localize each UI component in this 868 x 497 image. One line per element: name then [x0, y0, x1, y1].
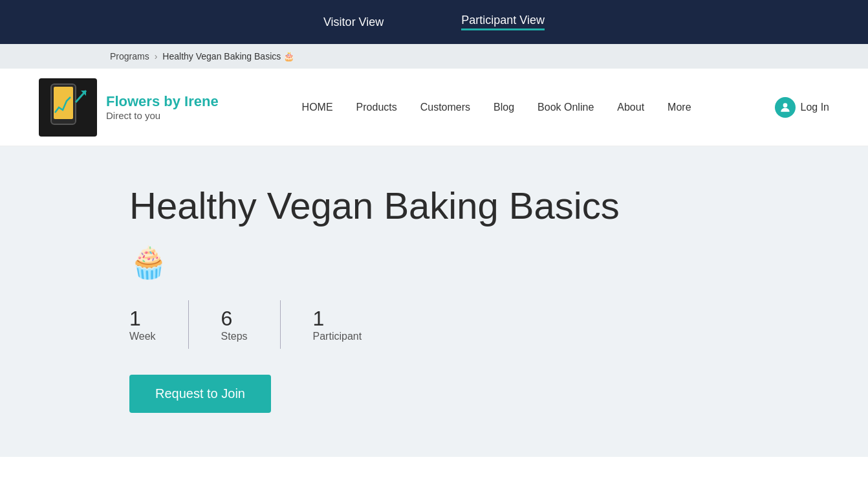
stat-steps-number: 6 — [221, 307, 233, 331]
svg-rect-2 — [54, 87, 73, 119]
breadcrumb-bar: Programs › Healthy Vegan Baking Basics 🎂 — [0, 44, 868, 69]
logo-image — [39, 79, 96, 136]
stat-steps: 6 Steps — [188, 300, 280, 349]
login-text: Log In — [801, 102, 829, 113]
logo-box — [39, 78, 97, 137]
stat-participant-label: Participant — [313, 331, 362, 342]
stat-steps-label: Steps — [221, 331, 248, 342]
content-area: Healthy Vegan Baking Basics 🧁 1 Week 6 S… — [0, 146, 868, 457]
nav-more[interactable]: More — [658, 96, 700, 118]
stat-participant: 1 Participant — [280, 300, 395, 349]
stat-week: 1 Week — [129, 300, 188, 349]
user-icon — [775, 97, 796, 118]
breadcrumb-parent[interactable]: Programs — [110, 51, 149, 61]
top-bar: Visitor View Participant View — [0, 0, 868, 44]
nav-blog[interactable]: Blog — [484, 96, 523, 118]
logo-area: Flowers by Irene Direct to you — [39, 78, 219, 137]
stats-row: 1 Week 6 Steps 1 Participant — [129, 300, 739, 349]
brand-text: Flowers by Irene Direct to you — [106, 93, 219, 121]
request-to-join-button[interactable]: Request to Join — [129, 375, 271, 413]
participant-view-link[interactable]: Participant View — [461, 14, 545, 30]
program-title: Healthy Vegan Baking Basics — [129, 185, 739, 226]
nav-about[interactable]: About — [608, 96, 653, 118]
brand-tagline: Direct to you — [106, 110, 219, 121]
brand-name: Flowers by Irene — [106, 93, 219, 110]
stat-week-number: 1 — [129, 307, 141, 331]
stat-week-label: Week — [129, 331, 156, 342]
stat-participant-number: 1 — [313, 307, 325, 331]
breadcrumb-separator: › — [155, 51, 158, 61]
nav-book-online[interactable]: Book Online — [528, 96, 603, 118]
nav-home[interactable]: HOME — [293, 96, 342, 118]
visitor-view-link[interactable]: Visitor View — [323, 16, 384, 29]
site-header: Flowers by Irene Direct to you HOME Prod… — [0, 69, 868, 146]
login-area[interactable]: Log In — [775, 97, 829, 118]
main-nav: HOME Products Customers Blog Book Online… — [293, 96, 700, 118]
program-icon: 🧁 — [129, 245, 739, 281]
svg-point-5 — [783, 103, 787, 107]
nav-customers[interactable]: Customers — [411, 96, 479, 118]
nav-products[interactable]: Products — [347, 96, 406, 118]
breadcrumb-current: Healthy Vegan Baking Basics 🎂 — [162, 51, 294, 61]
